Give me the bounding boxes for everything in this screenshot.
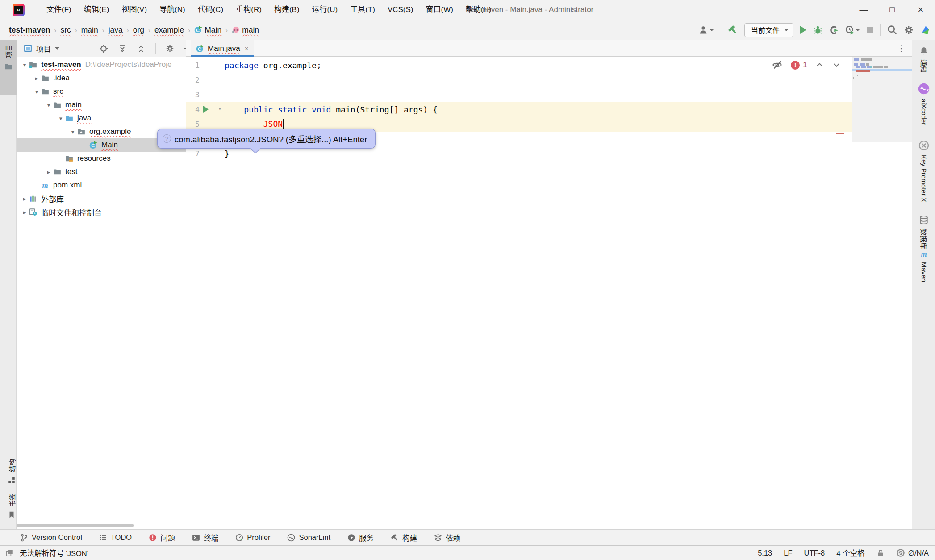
code-line-3[interactable]: 3 [186, 87, 912, 102]
breadcrumb-item-example[interactable]: example [154, 25, 184, 35]
tree-right-arrow-icon[interactable]: ▸ [44, 169, 53, 175]
more-options-icon[interactable]: ⋮ [897, 43, 906, 54]
debug-button[interactable] [813, 25, 822, 35]
breadcrumb-item-java[interactable]: java [109, 25, 123, 35]
toolwindow-button-服务[interactable]: 服务 [347, 532, 374, 543]
ide-feature-icon[interactable] [920, 25, 931, 35]
toolwindow-button-问题[interactable]: 问题 [149, 532, 175, 543]
stripe-tab-通知[interactable]: 通知 [912, 46, 935, 73]
tree-down-arrow-icon[interactable]: ▾ [20, 62, 29, 68]
code-line-2[interactable]: 2 [186, 73, 912, 87]
breadcrumb-item-Main[interactable]: CMain [194, 25, 221, 35]
tree-right-arrow-icon[interactable]: ▸ [32, 75, 41, 82]
breadcrumb-item-main[interactable]: mmain [232, 25, 259, 35]
tree-item-.idea[interactable]: ▸.idea [17, 71, 186, 85]
tree-right-arrow-icon[interactable]: ▸ [20, 195, 29, 202]
tree-item-main[interactable]: ▾main [17, 98, 186, 112]
menu-文件[interactable]: 文件(F) [40, 0, 78, 20]
run-button[interactable] [800, 26, 806, 34]
tree-item-resources[interactable]: resources [17, 152, 186, 165]
project-panel-title[interactable]: 项目 [36, 43, 51, 54]
fold-marker-icon[interactable]: ▾ [218, 106, 221, 112]
status-message: 无法解析符号 'JSON' [20, 548, 88, 558]
code-minimap[interactable] [852, 57, 912, 142]
toolwindow-button-构建[interactable]: 构建 [391, 532, 417, 543]
tree-label: java [77, 114, 91, 123]
toolwindow-button-SonarLint[interactable]: SonarLint [287, 533, 330, 542]
tab-main-java[interactable]: C Main.java × [191, 40, 254, 57]
toolwindow-button-终端[interactable]: 终端 [192, 532, 218, 543]
stripe-tab-Key Promoter X[interactable]: Key Promoter X [912, 140, 935, 202]
run-line-icon[interactable] [203, 106, 209, 113]
code-line-4[interactable]: 4▾ public static void main(String[] args… [186, 102, 912, 117]
dependencies-icon [434, 534, 442, 542]
indent-setting[interactable]: 4 个空格 [836, 548, 864, 558]
error-stripe-mark[interactable] [836, 133, 844, 134]
menu-工具[interactable]: 工具(T) [344, 0, 381, 20]
menu-窗口[interactable]: 窗口(W) [420, 0, 459, 20]
user-button[interactable] [699, 25, 714, 35]
menu-运行[interactable]: 运行(U) [306, 0, 344, 20]
close-button[interactable]: × [906, 0, 935, 20]
menu-代码[interactable]: 代码(C) [192, 0, 230, 20]
toolwindow-button-依赖[interactable]: 依赖 [434, 532, 460, 543]
run-config-selector[interactable]: 当前文件 [744, 23, 793, 37]
menu-导航[interactable]: 导航(N) [153, 0, 192, 20]
build-hammer-button[interactable] [728, 25, 738, 35]
coverage-button[interactable] [829, 25, 839, 35]
tree-down-arrow-icon[interactable]: ▾ [32, 88, 41, 95]
tree-item-外部库[interactable]: ▸外部库 [17, 192, 186, 205]
breadcrumb-item-main[interactable]: main [81, 25, 98, 35]
tree-item-test[interactable]: ▸test [17, 165, 186, 178]
caret-position[interactable]: 5:13 [758, 549, 772, 557]
menu-构建[interactable]: 构建(B) [268, 0, 306, 20]
stripe-tab-数据库[interactable]: 数据库 [912, 215, 935, 249]
tree-right-arrow-icon[interactable]: ▸ [20, 209, 29, 216]
menu-VCS[interactable]: VCS(S) [381, 0, 420, 20]
stripe-label: Key Promoter X [920, 155, 928, 202]
toolwindow-button-Version Control[interactable]: Version Control [20, 533, 82, 542]
minimize-button[interactable]: — [849, 0, 878, 20]
settings-button[interactable] [904, 25, 914, 35]
chevron-down-icon[interactable] [55, 47, 59, 50]
horizontal-scrollbar[interactable] [17, 524, 134, 527]
close-icon[interactable]: × [245, 45, 249, 52]
menu-视图[interactable]: 视图(V) [115, 0, 153, 20]
breadcrumb-item-org[interactable]: org [133, 25, 144, 35]
menu-编辑[interactable]: 编辑(E) [78, 0, 116, 20]
maximize-button[interactable]: □ [878, 0, 906, 20]
quickfix-tooltip[interactable]: ? com.alibaba.fastjson2.JSON? (多重选择...) … [157, 129, 376, 149]
tree-down-arrow-icon[interactable]: ▾ [56, 115, 65, 122]
tree-down-arrow-icon[interactable]: ▾ [44, 102, 53, 108]
tree-item-src[interactable]: ▾src [17, 85, 186, 98]
tree-down-arrow-icon[interactable]: ▾ [68, 129, 77, 135]
collapse-all-icon[interactable] [137, 44, 146, 53]
tree-item-java[interactable]: ▾java [17, 112, 186, 125]
next-error-icon[interactable] [832, 61, 841, 69]
stripe-tab-project[interactable]: 项目 [0, 40, 17, 95]
locate-icon[interactable] [99, 44, 108, 53]
tree-item-pom.xml[interactable]: mpom.xml [17, 178, 186, 192]
error-badge-icon[interactable]: ! [791, 61, 800, 70]
unlock-icon[interactable] [877, 549, 885, 557]
toolwindow-toggle-icon[interactable] [5, 549, 13, 557]
toolwindow-button-TODO[interactable]: TODO [99, 533, 132, 542]
breadcrumb-item-test-maven[interactable]: test-maven [9, 25, 50, 35]
tree-item-test-maven[interactable]: ▾test-mavenD:\IdeaProjects\IdeaProje [17, 58, 186, 71]
file-encoding[interactable]: UTF-8 [804, 549, 825, 557]
tree-item-临时文件和控制台[interactable]: ▸临时文件和控制台 [17, 205, 186, 219]
toolwindow-button-Profiler[interactable]: Profiler [235, 533, 270, 542]
stripe-tab-aiXcoder[interactable]: xaiXcoder [912, 83, 935, 125]
code-editor[interactable]: 1package org.example;234▾ public static … [186, 57, 912, 529]
prev-error-icon[interactable] [815, 61, 824, 69]
menu-重构[interactable]: 重构(R) [230, 0, 268, 20]
stripe-tab-Maven[interactable]: mMaven [912, 250, 935, 282]
line-separator[interactable]: LF [784, 549, 792, 557]
expand-all-icon[interactable] [118, 44, 127, 53]
profiler-button[interactable] [845, 25, 860, 35]
search-everywhere-button[interactable] [887, 25, 897, 35]
gear-icon[interactable] [166, 44, 174, 53]
highlight-off-icon[interactable] [772, 60, 782, 70]
breadcrumb-item-src[interactable]: src [60, 25, 71, 35]
memory-indicator[interactable]: ∅/N/A [908, 549, 929, 557]
